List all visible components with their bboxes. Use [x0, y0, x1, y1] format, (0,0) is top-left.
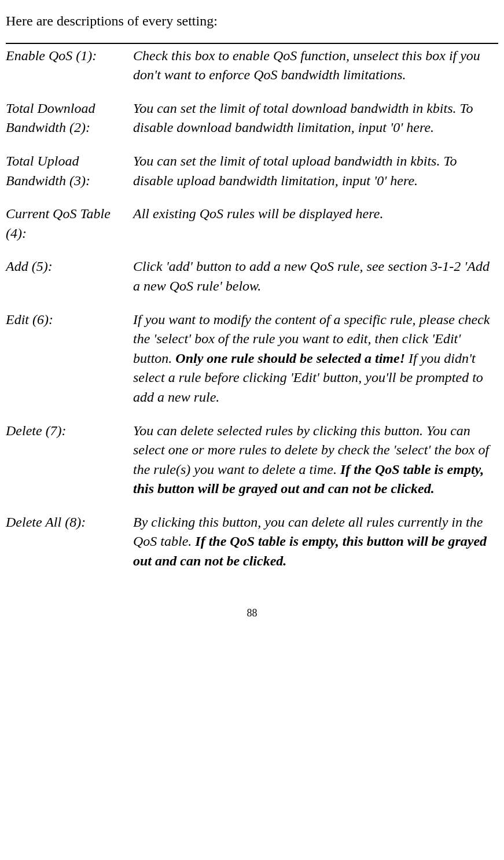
entry-label: Add (5): [6, 257, 133, 296]
divider [6, 43, 498, 44]
entry-description: You can set the limit of total download … [133, 99, 498, 138]
entry-row: Add (5):Click 'add' button to add a new … [6, 257, 498, 296]
entry-label: Edit (6): [6, 310, 133, 407]
entry-row: Edit (6):If you want to modify the conte… [6, 310, 498, 407]
entry-label: Current QoS Table (4): [6, 204, 133, 243]
entry-description: All existing QoS rules will be displayed… [133, 204, 498, 243]
desc-text: All existing QoS rules will be displayed… [133, 206, 383, 221]
entry-row: Enable QoS (1):Check this box to enable … [6, 46, 498, 85]
desc-text: You can set the limit of total download … [133, 101, 473, 135]
entry-description: By clicking this button, you can delete … [133, 513, 498, 571]
entry-description: Click 'add' button to add a new QoS rule… [133, 257, 498, 296]
entry-description: Check this box to enable QoS function, u… [133, 46, 498, 85]
desc-text: Click 'add' button to add a new QoS rule… [133, 259, 490, 293]
entry-row: Total Download Bandwidth (2):You can set… [6, 99, 498, 138]
entry-description: You can delete selected rules by clickin… [133, 421, 498, 499]
desc-text: Only one rule should be selected a time! [175, 351, 405, 366]
page-number: 88 [6, 606, 498, 620]
entry-label: Total Download Bandwidth (2): [6, 99, 133, 138]
entries-list: Enable QoS (1):Check this box to enable … [6, 46, 498, 571]
entry-row: Delete All (8):By clicking this button, … [6, 513, 498, 571]
entry-label: Enable QoS (1): [6, 46, 133, 85]
entry-label: Delete (7): [6, 421, 133, 499]
entry-label: Total Upload Bandwidth (3): [6, 152, 133, 190]
intro-text: Here are descriptions of every setting: [6, 12, 498, 31]
entry-row: Total Upload Bandwidth (3):You can set t… [6, 152, 498, 190]
entry-row: Current QoS Table (4):All existing QoS r… [6, 204, 498, 243]
desc-text: Check this box to enable QoS function, u… [133, 48, 480, 83]
desc-text: You can set the limit of total upload ba… [133, 153, 457, 188]
entry-row: Delete (7):You can delete selected rules… [6, 421, 498, 499]
entry-label: Delete All (8): [6, 513, 133, 571]
entry-description: You can set the limit of total upload ba… [133, 152, 498, 190]
entry-description: If you want to modify the content of a s… [133, 310, 498, 407]
